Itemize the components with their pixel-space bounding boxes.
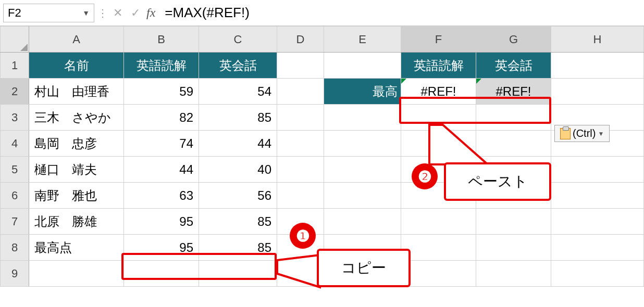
cell-E6[interactable] (324, 183, 401, 209)
chevron-down-icon[interactable]: ▼ (82, 9, 90, 17)
cell-E3[interactable] (324, 105, 401, 131)
cell-E4[interactable] (324, 131, 401, 157)
annotation-number-2: ❷ (412, 163, 438, 189)
cell-D3[interactable] (277, 105, 324, 131)
cell-H2[interactable] (551, 79, 644, 105)
cell-C8[interactable]: 85 (199, 235, 277, 261)
worksheet-grid: A B C D E F G H 1 名前 英語読解 英会話 英語読解 英会話 2… (0, 26, 644, 287)
cell-A8[interactable]: 最高点 (29, 235, 124, 261)
name-box[interactable]: F2 ▼ (3, 4, 94, 22)
row-head-6[interactable]: 6 (1, 183, 29, 209)
row-head-7[interactable]: 7 (1, 209, 29, 235)
cell-B7[interactable]: 95 (124, 209, 199, 235)
clipboard-icon (560, 128, 571, 139)
cell-C3[interactable]: 85 (199, 105, 277, 131)
cell-G7[interactable] (476, 209, 551, 235)
cell-E1[interactable] (324, 53, 401, 79)
annotation-paste-callout: ペースト (444, 162, 551, 201)
cell-B4[interactable]: 74 (124, 131, 199, 157)
formula-bar: F2 ▼ ⋮ ✕ ✓ fx (0, 0, 644, 26)
fx-icon[interactable]: fx (146, 6, 155, 20)
header-reading[interactable]: 英語読解 (124, 53, 199, 79)
cancel-formula-icon[interactable]: ✕ (109, 4, 127, 22)
cell-C5[interactable]: 40 (199, 157, 277, 183)
annotation-copy-tail (275, 253, 322, 289)
svg-marker-0 (277, 255, 320, 287)
annotation-paste-label: ペースト (468, 172, 528, 191)
cell-D4[interactable] (277, 131, 324, 157)
row-head-3[interactable]: 3 (1, 105, 29, 131)
col-head-E[interactable]: E (324, 27, 401, 53)
paste-options-button[interactable]: (Ctrl) ▼ (554, 125, 610, 142)
select-all-corner[interactable] (1, 27, 29, 53)
max-label: 最高 (373, 84, 398, 98)
cell-D2[interactable] (277, 79, 324, 105)
cell-B5[interactable]: 44 (124, 157, 199, 183)
col-head-G[interactable]: G (476, 27, 551, 53)
cell-H6[interactable] (551, 183, 644, 209)
cell-G2[interactable]: #REF! (476, 79, 551, 105)
header-reading-2[interactable]: 英語読解 (401, 53, 476, 79)
header-name[interactable]: 名前 (29, 53, 124, 79)
cell-H5[interactable] (551, 157, 644, 183)
cell-C9[interactable] (199, 261, 277, 287)
cell-G9[interactable] (476, 261, 551, 287)
separator-icon: ⋮ (97, 7, 106, 19)
cell-A5[interactable]: 樋口 靖夫 (29, 157, 124, 183)
cell-H7[interactable] (551, 209, 644, 235)
cell-E7[interactable] (324, 209, 401, 235)
svg-marker-1 (429, 125, 488, 164)
cell-C6[interactable]: 56 (199, 183, 277, 209)
row-head-2[interactable]: 2 (1, 79, 29, 105)
annotation-number-1: ❶ (290, 223, 316, 249)
annotation-copy-callout: コピー (317, 249, 411, 287)
row-head-9[interactable]: 9 (1, 261, 29, 287)
cell-B9[interactable] (124, 261, 199, 287)
cell-E2-label[interactable]: 最高 ! (324, 79, 401, 105)
col-head-D[interactable]: D (277, 27, 324, 53)
header-speaking[interactable]: 英会話 (199, 53, 277, 79)
cell-D1[interactable] (277, 53, 324, 79)
col-head-H[interactable]: H (551, 27, 644, 53)
col-head-B[interactable]: B (124, 27, 199, 53)
annotation-paste-tail (427, 123, 490, 167)
header-speaking-2[interactable]: 英会話 (476, 53, 551, 79)
cell-B2[interactable]: 59 (124, 79, 199, 105)
cell-A6[interactable]: 南野 雅也 (29, 183, 124, 209)
cell-C7[interactable]: 85 (199, 209, 277, 235)
cell-B8[interactable]: 95 (124, 235, 199, 261)
cell-A4[interactable]: 島岡 忠彦 (29, 131, 124, 157)
row-head-5[interactable]: 5 (1, 157, 29, 183)
cell-C4[interactable]: 44 (199, 131, 277, 157)
cell-B3[interactable]: 82 (124, 105, 199, 131)
cell-H9[interactable] (551, 261, 644, 287)
cell-D5[interactable] (277, 157, 324, 183)
row-head-1[interactable]: 1 (1, 53, 29, 79)
cell-D6[interactable] (277, 183, 324, 209)
paste-options-label: (Ctrl) (573, 127, 596, 139)
formula-input[interactable] (160, 4, 644, 22)
cell-E5[interactable] (324, 157, 401, 183)
cell-G8[interactable] (476, 235, 551, 261)
row-head-4[interactable]: 4 (1, 131, 29, 157)
cell-F7[interactable] (401, 209, 476, 235)
cell-F2[interactable]: #REF! (401, 79, 476, 105)
name-box-value: F2 (8, 6, 21, 20)
annotation-copy-label: コピー (341, 258, 386, 278)
cell-H8[interactable] (551, 235, 644, 261)
cell-A3[interactable]: 三木 さやか (29, 105, 124, 131)
cell-A2[interactable]: 村山 由理香 (29, 79, 124, 105)
cell-B6[interactable]: 63 (124, 183, 199, 209)
cell-F9[interactable] (401, 261, 476, 287)
cell-H1[interactable] (551, 53, 644, 79)
cell-C2[interactable]: 54 (199, 79, 277, 105)
col-head-C[interactable]: C (199, 27, 277, 53)
row-head-8[interactable]: 8 (1, 235, 29, 261)
cell-A9[interactable] (29, 261, 124, 287)
col-head-A[interactable]: A (29, 27, 124, 53)
chevron-down-icon: ▼ (598, 130, 604, 137)
accept-formula-icon[interactable]: ✓ (127, 4, 144, 22)
cell-A7[interactable]: 北原 勝雄 (29, 209, 124, 235)
cell-F8[interactable] (401, 235, 476, 261)
col-head-F[interactable]: F (401, 27, 476, 53)
